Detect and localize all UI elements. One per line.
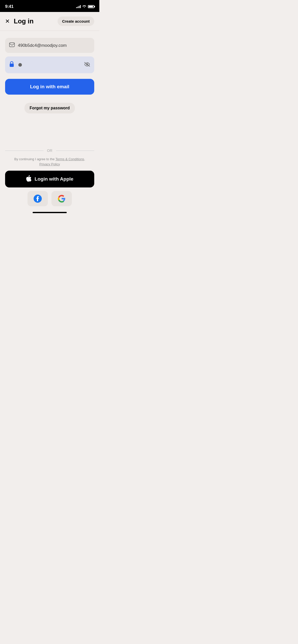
signal-icon — [76, 5, 81, 8]
google-login-button[interactable] — [51, 191, 72, 206]
or-divider: OR — [0, 149, 99, 153]
battery-icon — [88, 5, 94, 8]
status-time: 9:41 — [5, 4, 13, 9]
form-area — [0, 31, 99, 77]
svg-rect-1 — [10, 64, 14, 67]
password-field-container — [5, 56, 94, 73]
home-indicator — [0, 210, 99, 215]
wifi-icon — [82, 5, 86, 8]
or-line-left — [5, 151, 44, 151]
apple-logo-icon — [26, 175, 32, 183]
status-icons — [76, 5, 94, 8]
legal-text: By continuing I agree to the Terms & Con… — [0, 157, 99, 167]
main-sheet: ✕ Log in Create account — [0, 12, 99, 215]
email-icon — [9, 42, 15, 48]
forgot-password-button[interactable]: Forgot my password — [24, 103, 75, 113]
apple-login-button[interactable]: Login with Apple — [5, 171, 94, 187]
password-dot — [18, 63, 22, 67]
email-input[interactable] — [18, 43, 90, 48]
create-account-button[interactable]: Create account — [58, 17, 94, 26]
eye-slash-icon[interactable] — [84, 62, 90, 68]
or-line-right — [56, 151, 94, 151]
apple-login-label: Login with Apple — [35, 176, 73, 182]
or-text: OR — [44, 149, 56, 153]
lock-icon — [9, 61, 14, 69]
facebook-icon — [34, 195, 42, 203]
privacy-link[interactable]: Privacy Policy — [39, 162, 60, 166]
social-buttons-row — [0, 187, 99, 210]
page-title: Log in — [14, 17, 34, 25]
forgot-password-wrap: Forgot my password — [0, 95, 99, 113]
google-icon — [58, 195, 66, 203]
facebook-login-button[interactable] — [28, 191, 48, 206]
svg-rect-0 — [9, 43, 15, 47]
close-button[interactable]: ✕ — [5, 19, 10, 24]
login-email-button[interactable]: Log in with email — [5, 79, 94, 95]
spacer — [0, 113, 99, 149]
email-field-container — [5, 38, 94, 53]
header: ✕ Log in Create account — [0, 12, 99, 31]
home-bar — [33, 212, 67, 213]
status-bar: 9:41 — [0, 0, 99, 12]
header-left: ✕ Log in — [5, 17, 34, 25]
terms-link[interactable]: Terms & Conditions, — [56, 157, 85, 161]
